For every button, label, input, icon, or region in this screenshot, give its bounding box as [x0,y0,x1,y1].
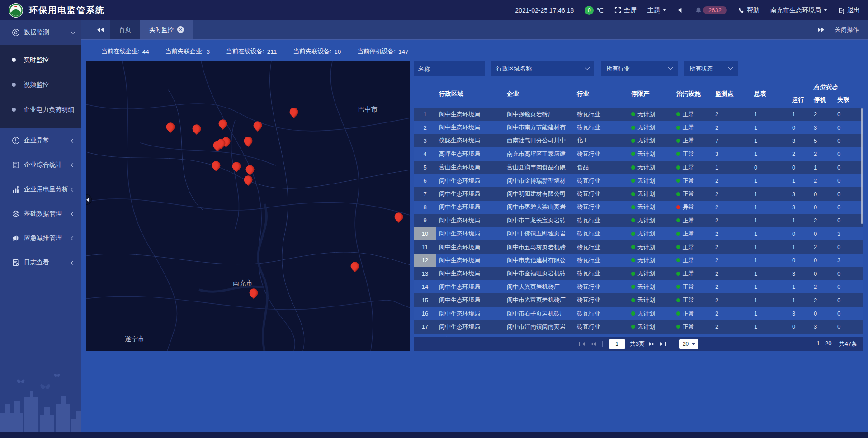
table-row[interactable]: 16阆中生态环境局阆中市石子页岩机砖厂砖瓦行业无计划正常21300 [414,307,863,320]
tab-realtime-monitor[interactable]: 实时监控 × [140,20,193,39]
cell-region: 阆中生态环境局 [436,217,504,225]
status-dot [676,192,680,196]
row-index: 9 [414,214,436,227]
table-row[interactable]: 14阆中生态环境局阆中大兴页岩机砖厂砖瓦行业无计划正常21120 [414,280,863,293]
city-skyline-decoration [0,368,81,438]
cell-enterprise: 阆中强锐页岩砖厂 [504,110,574,118]
bottom-scrollbar-strip[interactable] [0,432,868,438]
cell-total-meter: 1 [751,137,789,144]
fullscreen-button[interactable]: 全屏 [614,6,637,14]
prev-page-button[interactable] [589,342,596,346]
cell-monitor-points: 2 [712,124,751,131]
table-row[interactable]: 1阆中生态环境局阆中强锐页岩砖厂砖瓦行业无计划正常21120 [414,108,863,121]
table-row[interactable]: 2阆中生态环境局阆中市南方节能建材有砖瓦行业无计划正常21030 [414,121,863,134]
status-text: 无计划 [637,310,655,318]
status-filter-select[interactable]: 所有状态 [684,61,738,76]
region-filter-select[interactable]: 行政区域名称 [491,61,594,76]
cell-stopped: 2 [811,297,835,304]
row-index: 13 [414,267,436,280]
page-size-select[interactable]: 20 [679,339,698,349]
table-row[interactable]: 7阆中生态环境局阆中明阳建材有限公司砖瓦行业无计划正常21300 [414,187,863,200]
status-text: 无计划 [637,243,655,251]
cell-facility-status: 正常 [674,110,712,118]
table-row[interactable]: 9阆中生态环境局阆中市二龙长宝页岩砖砖瓦行业无计划正常21120 [414,214,863,227]
sidebar-item-emergency-reduction[interactable]: 应急减排管理 [0,226,81,250]
vertical-scrollbar[interactable] [861,108,863,224]
cell-region: 阆中生态环境局 [436,190,504,198]
notification-count-badge: 2632 [703,6,727,14]
table-row[interactable]: 12阆中生态环境局阆中市忠信建材有限公砖瓦行业无计划正常21003 [414,254,863,267]
tab-close-icon[interactable]: × [177,26,184,33]
table-row[interactable]: 3仪陇生态环境局西南油气田分公司川中化工无计划正常71350 [414,134,863,147]
page-number-input[interactable] [609,339,625,349]
cell-limit-status: 无计划 [628,177,674,185]
cell-enterprise: 阆中市石子页岩机砖厂 [504,310,574,318]
table-row[interactable]: 18南部生态环境局南部县页岩机砖有限公砖瓦行业无计划正常21030 [414,334,863,337]
table-row[interactable]: 17阆中生态环境局阆中市江南镇阆南页岩砖瓦行业无计划正常21030 [414,320,863,333]
sidebar-item-enterprise-abnormal[interactable]: 企业异常 [0,128,81,153]
notification-button[interactable]: 2632 [695,6,727,14]
table-row[interactable]: 8阆中生态环境局阆中市枣碧大梁山页岩砖瓦行业无计划异常21300 [414,201,863,214]
status-dot [631,126,635,130]
table-row[interactable]: 13阆中生态环境局阆中市金福旺页岩机砖砖瓦行业无计划正常21300 [414,267,863,280]
cell-industry: 砖瓦行业 [574,150,628,158]
table-row[interactable]: 10阆中生态环境局阆中千佛镇五郎垭页岩砖瓦行业无计划正常21003 [414,227,863,240]
next-page-button[interactable] [649,342,656,346]
tabs-scroll-right-button[interactable] [818,28,826,32]
cell-offline: 0 [835,244,862,250]
table-row[interactable]: 4高坪生态环境局南充市高坪区王家店建砖瓦行业无计划正常31220 [414,147,863,160]
status-dot [676,285,680,289]
map-city-label: 巴中市 [358,105,378,113]
status-dot [631,179,635,183]
theme-button[interactable]: 主题 [647,6,666,14]
sidebar-subitem-power-load-detail[interactable]: 企业电力负荷明细 [0,97,81,122]
industry-filter-select[interactable]: 所有行业 [601,61,678,76]
close-operations-button[interactable]: 关闭操作 [835,26,859,34]
chevron-left-icon [71,212,75,216]
sidebar-item-enterprise-statistics[interactable]: 企业综合统计 [0,153,81,177]
cell-total-meter: 1 [751,257,789,264]
sidebar-item-data-monitor[interactable]: 数据监测 [0,20,81,45]
map-panel[interactable]: 巴中市南充市遂宁市 [86,61,410,351]
sidebar-subitem-realtime-monitor[interactable]: 实时监控 [0,47,81,72]
table-row[interactable]: 15阆中生态环境局阆中市光富页岩机砖厂砖瓦行业无计划正常21120 [414,293,863,306]
row-index: 16 [414,307,436,320]
sidebar-item-base-data-management[interactable]: 基础数据管理 [0,202,81,226]
table-row[interactable]: 11阆中生态环境局阆中市五马桥页岩机砖砖瓦行业无计划正常21120 [414,240,863,254]
map-city-label: 南充市 [233,279,253,287]
status-text: 无计划 [637,283,655,291]
cell-enterprise: 阆中市枣碧大梁山页岩 [504,203,574,211]
row-index: 10 [414,227,436,240]
logout-button[interactable]: 退出 [838,6,860,14]
tabs-scroll-left-button[interactable] [81,28,110,32]
org-selector[interactable]: 南充市生态环境局 [770,6,827,14]
sidebar-item-power-usage-analysis[interactable]: 企业用电量分析 [0,177,81,202]
name-filter-input[interactable] [414,61,485,76]
cell-stopped: 0 [811,270,835,277]
tab-home[interactable]: 首页 [110,20,140,39]
first-page-button[interactable] [579,342,585,346]
cell-monitor-points: 2 [712,231,751,237]
table-row[interactable]: 5营山生态环境局营山县润丰肉食品有限食品无计划正常10010 [414,161,863,174]
cell-total-meter: 1 [751,270,789,277]
help-button[interactable]: 帮助 [738,6,760,14]
status-text: 正常 [683,123,694,132]
stat-value: 44 [142,48,149,55]
status-dot [631,139,635,143]
cell-region: 阆中生态环境局 [436,243,504,251]
audio-button[interactable] [677,7,684,14]
status-dot [676,325,680,329]
phone-icon [738,7,744,14]
cell-running: 3 [789,310,811,317]
status-text: 正常 [683,190,694,198]
sidebar-item-log-view[interactable]: 日志查看 [0,250,81,275]
sidebar-subitem-video-monitor[interactable]: 视频监控 [0,72,81,97]
data-monitor-icon [12,28,20,37]
status-text: 异常 [683,203,694,211]
cell-total-meter: 1 [751,244,789,250]
table-row[interactable]: 6阆中生态环境局阆中市金博瑞新型墙材砖瓦行业无计划正常21120 [414,174,863,187]
cell-monitor-points: 2 [712,217,751,224]
cell-monitor-points: 2 [712,323,751,330]
last-page-button[interactable] [660,342,666,346]
cell-offline: 0 [835,323,862,330]
